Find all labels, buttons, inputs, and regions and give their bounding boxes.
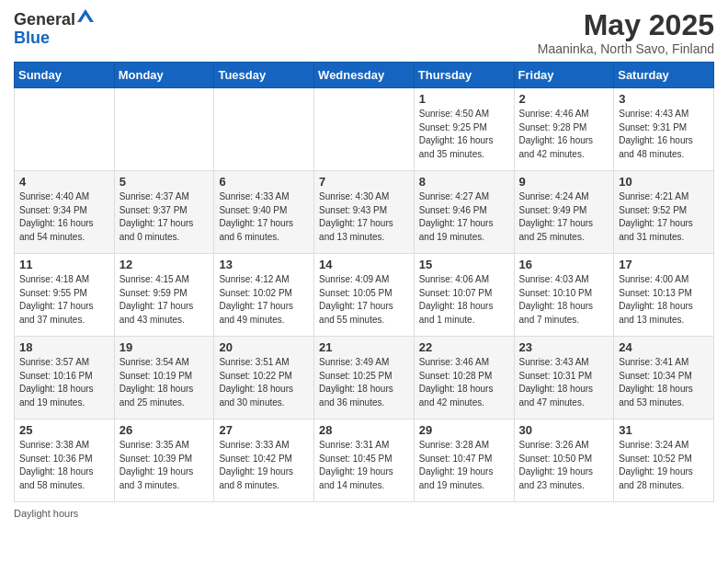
calendar-cell: 5Sunrise: 4:37 AM Sunset: 9:37 PM Daylig… — [114, 171, 214, 254]
day-number: 1 — [419, 92, 509, 106]
day-number: 16 — [519, 258, 609, 271]
calendar-cell: 13Sunrise: 4:12 AM Sunset: 10:02 PM Dayl… — [214, 254, 314, 337]
day-info: Sunrise: 3:31 AM Sunset: 10:45 PM Daylig… — [319, 439, 409, 492]
calendar-cell: 8Sunrise: 4:27 AM Sunset: 9:46 PM Daylig… — [414, 171, 514, 254]
calendar-week-row: 1Sunrise: 4:50 AM Sunset: 9:25 PM Daylig… — [15, 88, 714, 171]
logo-general-text: General — [14, 11, 75, 28]
day-number: 26 — [119, 423, 210, 437]
day-number: 25 — [19, 423, 109, 437]
main-title: May 2025 — [538, 9, 714, 41]
day-info: Sunrise: 4:18 AM Sunset: 9:55 PM Dayligh… — [19, 273, 109, 327]
calendar-cell: 24Sunrise: 3:41 AM Sunset: 10:34 PM Dayl… — [614, 337, 714, 419]
day-info: Sunrise: 4:24 AM Sunset: 9:49 PM Dayligh… — [519, 190, 609, 244]
calendar-cell: 22Sunrise: 3:46 AM Sunset: 10:28 PM Dayl… — [414, 337, 514, 419]
day-number: 21 — [319, 340, 409, 354]
day-number: 10 — [619, 175, 709, 189]
day-info: Sunrise: 3:41 AM Sunset: 10:34 PM Daylig… — [619, 356, 709, 409]
calendar-header-row: SundayMondayTuesdayWednesdayThursdayFrid… — [15, 63, 714, 88]
calendar-cell: 31Sunrise: 3:24 AM Sunset: 10:52 PM Dayl… — [614, 419, 714, 502]
day-number: 17 — [619, 258, 709, 271]
calendar-cell: 10Sunrise: 4:21 AM Sunset: 9:52 PM Dayli… — [614, 171, 714, 254]
calendar-cell: 26Sunrise: 3:35 AM Sunset: 10:39 PM Dayl… — [114, 419, 214, 502]
column-header-sunday: Sunday — [15, 63, 115, 88]
day-info: Sunrise: 3:51 AM Sunset: 10:22 PM Daylig… — [219, 356, 309, 409]
day-info: Sunrise: 4:09 AM Sunset: 10:05 PM Daylig… — [319, 273, 409, 327]
day-number: 6 — [219, 175, 309, 189]
day-number: 2 — [519, 92, 609, 106]
day-info: Sunrise: 3:35 AM Sunset: 10:39 PM Daylig… — [119, 439, 210, 492]
calendar-cell: 9Sunrise: 4:24 AM Sunset: 9:49 PM Daylig… — [514, 171, 614, 254]
day-info: Sunrise: 4:50 AM Sunset: 9:25 PM Dayligh… — [419, 108, 509, 161]
day-info: Sunrise: 3:28 AM Sunset: 10:47 PM Daylig… — [419, 439, 509, 492]
calendar-week-row: 11Sunrise: 4:18 AM Sunset: 9:55 PM Dayli… — [15, 254, 714, 337]
footer-note: Daylight hours — [14, 508, 714, 519]
calendar-week-row: 4Sunrise: 4:40 AM Sunset: 9:34 PM Daylig… — [15, 171, 714, 254]
column-header-monday: Monday — [114, 63, 214, 88]
logo-icon — [77, 9, 94, 28]
day-number: 11 — [19, 258, 109, 271]
day-number: 7 — [319, 175, 409, 189]
calendar-cell: 14Sunrise: 4:09 AM Sunset: 10:05 PM Dayl… — [314, 254, 415, 337]
day-info: Sunrise: 4:12 AM Sunset: 10:02 PM Daylig… — [219, 273, 309, 327]
day-info: Sunrise: 3:54 AM Sunset: 10:19 PM Daylig… — [119, 356, 210, 409]
calendar-cell: 21Sunrise: 3:49 AM Sunset: 10:25 PM Dayl… — [314, 337, 415, 419]
day-info: Sunrise: 4:15 AM Sunset: 9:59 PM Dayligh… — [119, 273, 210, 327]
calendar-cell — [114, 88, 214, 171]
column-header-friday: Friday — [514, 63, 614, 88]
day-info: Sunrise: 4:37 AM Sunset: 9:37 PM Dayligh… — [119, 190, 210, 244]
day-info: Sunrise: 4:21 AM Sunset: 9:52 PM Dayligh… — [619, 190, 709, 244]
day-number: 12 — [119, 258, 210, 271]
calendar-cell: 16Sunrise: 4:03 AM Sunset: 10:10 PM Dayl… — [514, 254, 614, 337]
day-number: 27 — [219, 423, 309, 437]
day-info: Sunrise: 3:38 AM Sunset: 10:36 PM Daylig… — [19, 439, 109, 492]
column-header-saturday: Saturday — [614, 63, 714, 88]
calendar-cell: 25Sunrise: 3:38 AM Sunset: 10:36 PM Dayl… — [15, 419, 115, 502]
day-info: Sunrise: 3:33 AM Sunset: 10:42 PM Daylig… — [219, 439, 309, 492]
calendar-cell: 11Sunrise: 4:18 AM Sunset: 9:55 PM Dayli… — [15, 254, 115, 337]
day-number: 14 — [319, 258, 409, 271]
calendar-cell: 2Sunrise: 4:46 AM Sunset: 9:28 PM Daylig… — [514, 88, 614, 171]
calendar-cell: 12Sunrise: 4:15 AM Sunset: 9:59 PM Dayli… — [114, 254, 214, 337]
day-number: 31 — [619, 423, 709, 437]
day-number: 22 — [419, 340, 509, 354]
calendar-cell — [15, 88, 115, 171]
calendar-cell: 29Sunrise: 3:28 AM Sunset: 10:47 PM Dayl… — [414, 419, 514, 502]
calendar-cell: 23Sunrise: 3:43 AM Sunset: 10:31 PM Dayl… — [514, 337, 614, 419]
day-number: 20 — [219, 340, 309, 354]
header: General Blue May 2025 Maaninka, North Sa… — [14, 9, 714, 56]
day-info: Sunrise: 4:00 AM Sunset: 10:13 PM Daylig… — [619, 273, 709, 327]
calendar-cell: 20Sunrise: 3:51 AM Sunset: 10:22 PM Dayl… — [214, 337, 314, 419]
day-info: Sunrise: 4:06 AM Sunset: 10:07 PM Daylig… — [419, 273, 509, 327]
logo-blue-text: Blue — [14, 29, 94, 46]
day-number: 4 — [19, 175, 109, 189]
calendar-cell: 15Sunrise: 4:06 AM Sunset: 10:07 PM Dayl… — [414, 254, 514, 337]
day-info: Sunrise: 4:03 AM Sunset: 10:10 PM Daylig… — [519, 273, 609, 327]
calendar-cell: 3Sunrise: 4:43 AM Sunset: 9:31 PM Daylig… — [614, 88, 714, 171]
day-number: 28 — [319, 423, 409, 437]
day-info: Sunrise: 4:43 AM Sunset: 9:31 PM Dayligh… — [619, 108, 709, 161]
day-info: Sunrise: 3:24 AM Sunset: 10:52 PM Daylig… — [619, 439, 709, 492]
calendar-cell: 30Sunrise: 3:26 AM Sunset: 10:50 PM Dayl… — [514, 419, 614, 502]
column-header-wednesday: Wednesday — [314, 63, 415, 88]
subtitle: Maaninka, North Savo, Finland — [538, 41, 714, 56]
calendar-cell: 27Sunrise: 3:33 AM Sunset: 10:42 PM Dayl… — [214, 419, 314, 502]
day-info: Sunrise: 4:46 AM Sunset: 9:28 PM Dayligh… — [519, 108, 609, 161]
day-info: Sunrise: 4:40 AM Sunset: 9:34 PM Dayligh… — [19, 190, 109, 244]
column-header-tuesday: Tuesday — [214, 63, 314, 88]
calendar-cell: 19Sunrise: 3:54 AM Sunset: 10:19 PM Dayl… — [114, 337, 214, 419]
day-number: 23 — [519, 340, 609, 354]
calendar-table: SundayMondayTuesdayWednesdayThursdayFrid… — [14, 62, 714, 502]
calendar-week-row: 25Sunrise: 3:38 AM Sunset: 10:36 PM Dayl… — [15, 419, 714, 502]
day-info: Sunrise: 4:33 AM Sunset: 9:40 PM Dayligh… — [219, 190, 309, 244]
calendar-week-row: 18Sunrise: 3:57 AM Sunset: 10:16 PM Dayl… — [15, 337, 714, 419]
calendar-cell: 7Sunrise: 4:30 AM Sunset: 9:43 PM Daylig… — [314, 171, 415, 254]
day-number: 13 — [219, 258, 309, 271]
column-header-thursday: Thursday — [414, 63, 514, 88]
calendar-cell: 18Sunrise: 3:57 AM Sunset: 10:16 PM Dayl… — [15, 337, 115, 419]
calendar-cell: 4Sunrise: 4:40 AM Sunset: 9:34 PM Daylig… — [15, 171, 115, 254]
calendar-cell: 6Sunrise: 4:33 AM Sunset: 9:40 PM Daylig… — [214, 171, 314, 254]
day-number: 29 — [419, 423, 509, 437]
day-info: Sunrise: 4:27 AM Sunset: 9:46 PM Dayligh… — [419, 190, 509, 244]
calendar-cell: 1Sunrise: 4:50 AM Sunset: 9:25 PM Daylig… — [414, 88, 514, 171]
day-number: 24 — [619, 340, 709, 354]
